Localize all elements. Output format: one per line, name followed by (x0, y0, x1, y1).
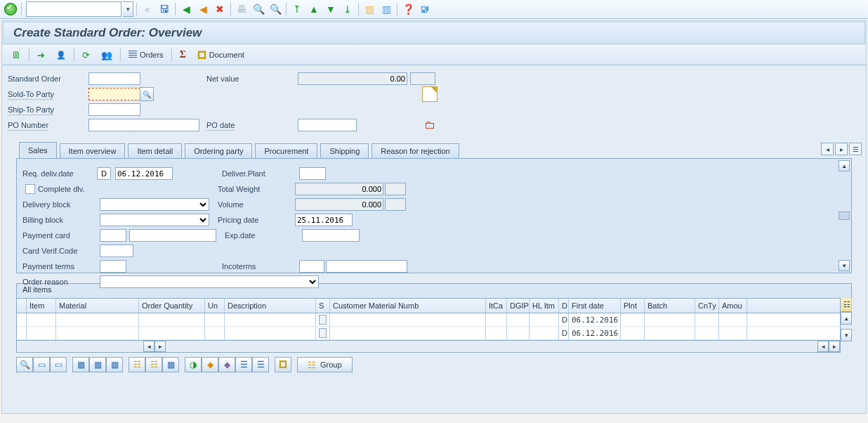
document-icon[interactable] (422, 86, 438, 102)
cell[interactable] (719, 327, 747, 339)
col-amou[interactable]: Amou (719, 299, 747, 313)
col-batch[interactable]: Batch (645, 299, 695, 313)
cell[interactable] (316, 313, 330, 326)
grid-config-button[interactable]: ☷ (841, 298, 852, 312)
incoterms1-input[interactable] (299, 260, 324, 273)
layout-button[interactable]: 🖳 (417, 1, 433, 17)
col-cnty[interactable]: CnTy (695, 299, 719, 313)
cell[interactable] (56, 313, 139, 326)
orders-button[interactable]: Orders (124, 47, 169, 63)
pricing-date-input[interactable] (295, 214, 353, 226)
tab-list-button[interactable]: ☰ (849, 143, 862, 155)
deselect-all-button[interactable]: ▭ (50, 357, 67, 372)
cell[interactable] (645, 327, 695, 339)
sort-asc-button[interactable]: ▦ (89, 357, 106, 372)
hscroll-left2[interactable]: ◂ (817, 341, 829, 352)
cell[interactable] (507, 313, 530, 326)
hscroll-right[interactable]: ▸ (154, 341, 166, 352)
table-row[interactable]: D06.12.2016 (17, 327, 840, 340)
row-selector-header[interactable] (17, 299, 27, 313)
cell[interactable] (225, 313, 316, 326)
req-deliv-date-input[interactable] (115, 167, 173, 180)
po-number-input[interactable] (88, 119, 199, 131)
col-material[interactable]: Material (56, 299, 139, 313)
exit-button[interactable]: ◀ (195, 1, 211, 17)
exp-date-input[interactable] (302, 229, 360, 242)
delivery-block-select[interactable] (100, 198, 209, 211)
config-cols-button[interactable]: ▦ (72, 357, 89, 372)
shortcut-button[interactable]: ▥ (379, 1, 394, 17)
payment-card-type-input[interactable] (100, 229, 126, 242)
partner-button[interactable]: 👤 (51, 47, 71, 63)
col-item[interactable]: Item (27, 299, 56, 313)
tab-reason-rejection[interactable]: Reason for rejection (371, 143, 459, 158)
cancel-button[interactable]: ✖ (212, 1, 228, 17)
vscroll-down[interactable]: ▾ (841, 329, 852, 341)
propose-items-button[interactable]: ☷ (129, 357, 145, 372)
col-s[interactable]: S (316, 299, 330, 313)
cell[interactable] (507, 327, 530, 339)
costing-button[interactable]: 🞐 (275, 357, 291, 372)
col-dgip[interactable]: DGIP (507, 299, 530, 313)
order-reason-select[interactable] (100, 275, 319, 288)
pane-scroll-down[interactable]: ▾ (839, 260, 850, 271)
display-doc-button[interactable]: 🗎 (6, 47, 26, 63)
col-hl-itm[interactable]: HL Itm (530, 299, 559, 313)
billing-block-select[interactable] (100, 214, 209, 226)
col-un[interactable]: Un (205, 299, 225, 313)
col-plnt[interactable]: Plnt (621, 299, 645, 313)
cell[interactable] (205, 327, 225, 339)
cell[interactable] (530, 313, 559, 326)
cell[interactable] (139, 327, 205, 339)
fast-change-button[interactable]: ☷ (145, 357, 162, 372)
cell[interactable] (225, 327, 316, 339)
sold-to-input[interactable] (88, 88, 140, 100)
partners-button[interactable]: ◆ (218, 357, 235, 372)
hscroll-left[interactable]: ◂ (143, 341, 154, 352)
table-row[interactable]: D06.12.2016 (17, 313, 840, 327)
texts-button[interactable]: ☰ (235, 357, 252, 372)
cell[interactable]: 06.12.2016 (569, 327, 621, 339)
row-selector[interactable] (17, 313, 27, 326)
cell[interactable] (139, 313, 205, 326)
page-up-button[interactable]: ▲ (306, 1, 322, 17)
tab-item-detail[interactable]: Item detail (128, 143, 182, 158)
command-field[interactable] (26, 1, 121, 17)
cell[interactable]: D (559, 327, 569, 339)
first-page-button[interactable]: ⤒ (289, 1, 305, 17)
cell[interactable] (330, 327, 486, 339)
item-conditions-button[interactable]: ⟳ (77, 47, 95, 63)
save-button[interactable]: 🖫 (157, 1, 172, 17)
schedule-lines-button[interactable]: ◑ (185, 357, 202, 372)
detail-button[interactable]: 🔍 (16, 357, 33, 372)
select-all-button[interactable]: ▭ (33, 357, 50, 372)
prev-history-button[interactable]: « (140, 1, 155, 17)
pane-scroll-up[interactable]: ▴ (839, 160, 850, 171)
cell[interactable]: 06.12.2016 (569, 313, 621, 326)
header-detail-button[interactable]: ➔ (32, 47, 50, 63)
card-verif-input[interactable] (100, 245, 133, 257)
cell[interactable] (695, 327, 719, 339)
cell[interactable] (486, 327, 507, 339)
cell[interactable] (486, 313, 507, 326)
tab-sales[interactable]: Sales (19, 142, 57, 158)
page-down-button[interactable]: ▼ (323, 1, 338, 17)
payment-terms-input[interactable] (100, 260, 126, 273)
pane-scroll-thumb[interactable] (839, 212, 850, 220)
req-deliv-type-input[interactable] (97, 167, 111, 180)
cell[interactable] (719, 313, 747, 326)
complete-dlv-checkbox[interactable] (25, 184, 35, 194)
vscroll-up[interactable]: ▴ (841, 312, 852, 325)
other-table-button[interactable]: ▦ (162, 357, 179, 372)
incoterms2-input[interactable] (326, 260, 407, 273)
cell[interactable] (205, 313, 225, 326)
standard-order-input[interactable] (88, 72, 140, 85)
sum-button[interactable]: Σ (175, 47, 191, 63)
help-button[interactable]: ❓ (400, 1, 416, 17)
back-button[interactable]: ◀ (178, 1, 194, 17)
order-data-icon[interactable]: 🗀 (424, 119, 435, 131)
deliver-plant-input[interactable] (299, 167, 326, 180)
cell[interactable] (316, 327, 330, 339)
new-session-button[interactable]: ▥ (362, 1, 377, 17)
tab-shipping[interactable]: Shipping (320, 143, 369, 158)
